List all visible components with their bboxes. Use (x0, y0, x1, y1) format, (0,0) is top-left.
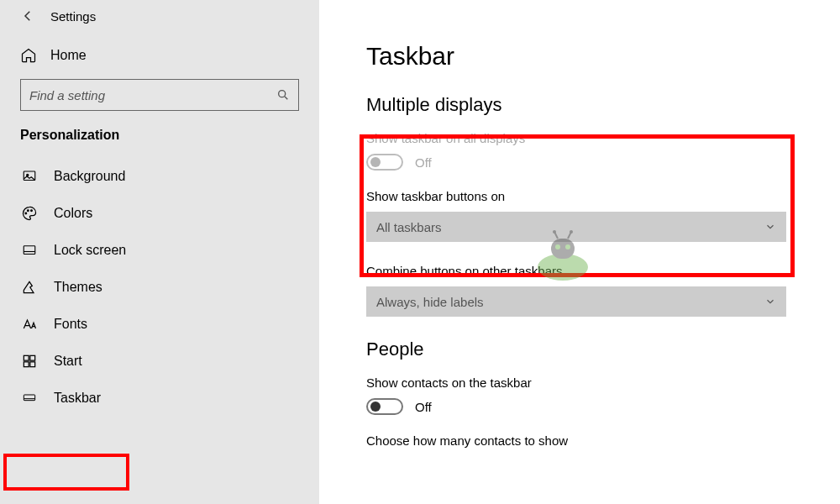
home-label: Home (50, 48, 87, 63)
home-button[interactable]: Home (0, 39, 319, 79)
show-all-displays-toggle (366, 154, 403, 171)
svg-point-0 (279, 91, 286, 97)
show-all-displays-state: Off (415, 155, 432, 170)
sidebar-item-label: Lock screen (54, 243, 126, 258)
combine-dropdown[interactable]: Always, hide labels (366, 286, 786, 317)
settings-label: Settings (50, 9, 96, 24)
dropdown-value: All taskbars (376, 220, 442, 234)
start-icon (20, 353, 39, 370)
lockscreen-icon (20, 242, 39, 259)
sidebar-item-label: Start (54, 354, 82, 369)
sidebar-item-taskbar[interactable]: Taskbar (0, 380, 319, 417)
svg-rect-6 (24, 246, 35, 255)
fonts-icon (20, 316, 39, 333)
sidebar-item-themes[interactable]: Themes (0, 269, 319, 306)
show-all-displays-label: Show taskbar on all displays (366, 131, 816, 145)
svg-rect-11 (24, 395, 34, 401)
palette-icon (20, 205, 39, 222)
sidebar: Settings Home Personalization Background… (0, 0, 319, 504)
section-heading-people: People (366, 339, 816, 360)
show-contacts-toggle-row: Off (366, 398, 816, 415)
toggle-knob (370, 402, 381, 412)
sidebar-item-label: Themes (54, 280, 102, 295)
sidebar-item-label: Taskbar (54, 391, 101, 406)
show-contacts-toggle[interactable] (366, 398, 403, 415)
choose-contacts-label: Choose how many contacts to show (366, 433, 816, 448)
search-input[interactable] (29, 88, 276, 102)
page-title: Taskbar (366, 42, 816, 71)
sidebar-item-background[interactable]: Background (0, 158, 319, 195)
section-heading-multiple-displays: Multiple displays (366, 94, 816, 116)
sidebar-item-fonts[interactable]: Fonts (0, 306, 319, 343)
show-buttons-dropdown[interactable]: All taskbars (366, 212, 786, 242)
show-buttons-label: Show taskbar buttons on (366, 189, 816, 203)
svg-point-2 (27, 174, 29, 176)
sidebar-item-label: Fonts (54, 317, 87, 332)
sidebar-item-label: Colors (54, 206, 92, 221)
svg-rect-10 (30, 362, 35, 367)
main-content: Taskbar Multiple displays Show taskbar o… (319, 0, 840, 504)
show-contacts-label: Show contacts on the taskbar (366, 375, 816, 390)
toggle-knob (370, 157, 381, 167)
show-contacts-state: Off (415, 400, 432, 414)
svg-point-4 (28, 210, 29, 212)
svg-point-5 (31, 210, 33, 212)
search-icon (276, 88, 290, 102)
sidebar-item-start[interactable]: Start (0, 343, 319, 380)
picture-icon (20, 168, 39, 185)
show-all-displays-toggle-row: Off (366, 154, 816, 171)
svg-point-14 (555, 244, 560, 249)
home-icon (20, 47, 37, 64)
chevron-down-icon (764, 221, 776, 233)
themes-icon (20, 279, 39, 296)
chevron-down-icon (764, 296, 776, 307)
search-box[interactable] (20, 79, 299, 111)
sidebar-item-label: Background (54, 169, 125, 184)
sidebar-section-title: Personalization (0, 128, 319, 158)
svg-point-3 (25, 213, 27, 214)
back-arrow-icon[interactable] (20, 8, 35, 24)
svg-point-15 (565, 244, 570, 249)
svg-rect-7 (24, 355, 29, 360)
combine-label: Combine buttons on other taskbars (366, 264, 816, 278)
taskbar-icon (20, 390, 39, 407)
svg-rect-8 (30, 355, 35, 360)
svg-rect-9 (24, 362, 29, 367)
sidebar-item-colors[interactable]: Colors (0, 195, 319, 232)
highlight-annotation-sidebar (3, 454, 129, 491)
sidebar-item-lockscreen[interactable]: Lock screen (0, 232, 319, 269)
topbar: Settings (0, 8, 319, 39)
dropdown-value: Always, hide labels (376, 295, 484, 309)
